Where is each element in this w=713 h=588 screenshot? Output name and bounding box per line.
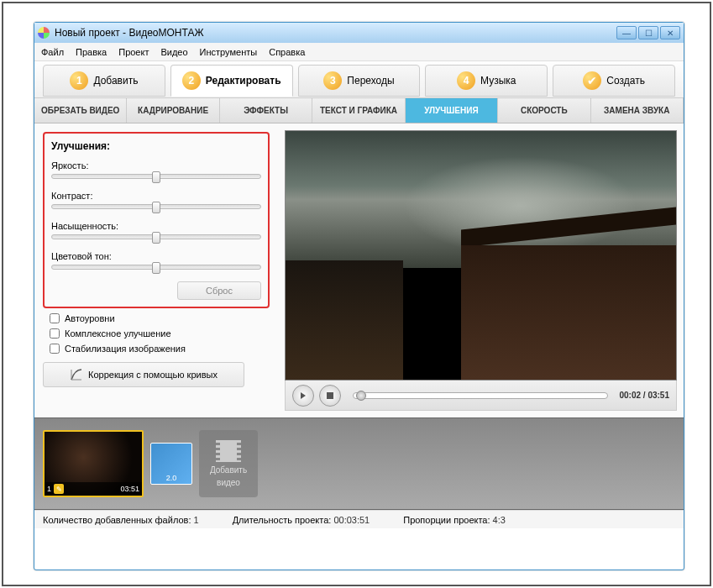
svg-rect-0 <box>327 392 333 399</box>
app-window: Новый проект - ВидеоМОНТАЖ — ☐ ✕ Файл Пр… <box>34 22 684 570</box>
step-tabs: 1Добавить 2Редактировать 3Переходы 4Музы… <box>34 61 684 98</box>
timeline-clip[interactable]: 1 ✎ 03:51 <box>43 430 144 497</box>
complex-checkbox[interactable]: Комплексное улучшение <box>43 328 270 339</box>
subtab-audio[interactable]: ЗАМЕНА ЗВУКА <box>591 98 684 123</box>
menu-file[interactable]: Файл <box>41 47 64 57</box>
preview-area: 00:02 / 03:51 <box>278 123 684 417</box>
subtab-enhance[interactable]: УЛУЧШЕНИЯ <box>406 98 498 123</box>
slider-thumb[interactable] <box>152 202 160 213</box>
step-create[interactable]: ✔Создать <box>553 65 675 97</box>
brightness-slider[interactable] <box>51 174 261 179</box>
add-video-button[interactable]: Добавить видео <box>199 430 258 497</box>
stabilization-checkbox[interactable]: Стабилизация изображения <box>43 344 270 354</box>
subtab-effects[interactable]: ЭФФЕКТЫ <box>220 98 312 123</box>
brightness-label: Яркость: <box>51 160 261 171</box>
subtab-frame[interactable]: КАДРИРОВАНИЕ <box>127 98 219 123</box>
menu-edit[interactable]: Правка <box>76 47 107 57</box>
stop-button[interactable] <box>319 385 341 407</box>
slider-thumb[interactable] <box>152 171 160 183</box>
menu-tools[interactable]: Инструменты <box>200 47 258 57</box>
titlebar: Новый проект - ВидеоМОНТАЖ — ☐ ✕ <box>34 23 684 43</box>
pencil-icon: ✎ <box>54 484 64 494</box>
play-button[interactable] <box>292 385 314 407</box>
slider-thumb[interactable] <box>152 232 160 244</box>
player-controls: 00:02 / 03:51 <box>285 381 677 411</box>
transition-tile[interactable]: 2.0 <box>150 443 192 485</box>
subtab-text[interactable]: ТЕКСТ И ГРАФИКА <box>312 98 405 123</box>
film-icon <box>216 440 241 462</box>
subtab-speed[interactable]: СКОРОСТЬ <box>498 98 590 123</box>
window-title: Новый проект - ВидеоМОНТАЖ <box>55 27 204 39</box>
minimize-button[interactable]: — <box>616 26 637 39</box>
contrast-slider[interactable] <box>51 204 261 209</box>
autolevels-checkbox[interactable]: Автоуровни <box>43 313 270 323</box>
enhancement-panel: Улучшения: Яркость: Контраст: Насыщеннос… <box>34 123 278 417</box>
statusbar: Количество добавленных файлов: 1 Длитель… <box>34 510 684 528</box>
timeline[interactable]: 1 ✎ 03:51 2.0 Добавить видео <box>34 417 684 510</box>
panel-title: Улучшения: <box>51 140 261 152</box>
step-music[interactable]: 4Музыка <box>425 65 548 97</box>
hue-label: Цветовой тон: <box>51 251 261 261</box>
seek-bar[interactable] <box>353 392 608 399</box>
step-transitions[interactable]: 3Переходы <box>298 65 421 97</box>
menu-project[interactable]: Проект <box>118 47 149 57</box>
curves-button[interactable]: Коррекция с помощью кривых <box>43 362 244 387</box>
maximize-button[interactable]: ☐ <box>638 26 658 39</box>
close-button[interactable]: ✕ <box>660 26 680 39</box>
step-add[interactable]: 1Добавить <box>43 65 165 97</box>
timecode: 00:02 / 03:51 <box>620 391 670 400</box>
subtab-bar: ОБРЕЗАТЬ ВИДЕО КАДРИРОВАНИЕ ЭФФЕКТЫ ТЕКС… <box>34 98 684 123</box>
video-preview[interactable] <box>285 130 677 381</box>
menu-help[interactable]: Справка <box>269 47 305 57</box>
hue-slider[interactable] <box>51 265 261 270</box>
step-edit[interactable]: 2Редактировать <box>170 65 293 97</box>
seek-thumb[interactable] <box>356 391 366 401</box>
subtab-crop[interactable]: ОБРЕЗАТЬ ВИДЕО <box>34 98 127 123</box>
menu-video[interactable]: Видео <box>160 47 187 57</box>
menubar: Файл Правка Проект Видео Инструменты Спр… <box>34 43 684 61</box>
curves-icon <box>70 368 83 381</box>
app-icon <box>38 27 50 39</box>
reset-button[interactable]: Сброс <box>177 281 261 300</box>
play-icon <box>299 391 307 400</box>
stop-icon <box>327 392 333 399</box>
saturation-slider[interactable] <box>51 234 261 239</box>
saturation-label: Насыщенность: <box>51 221 261 231</box>
slider-thumb[interactable] <box>152 262 160 274</box>
contrast-label: Контраст: <box>51 191 261 201</box>
